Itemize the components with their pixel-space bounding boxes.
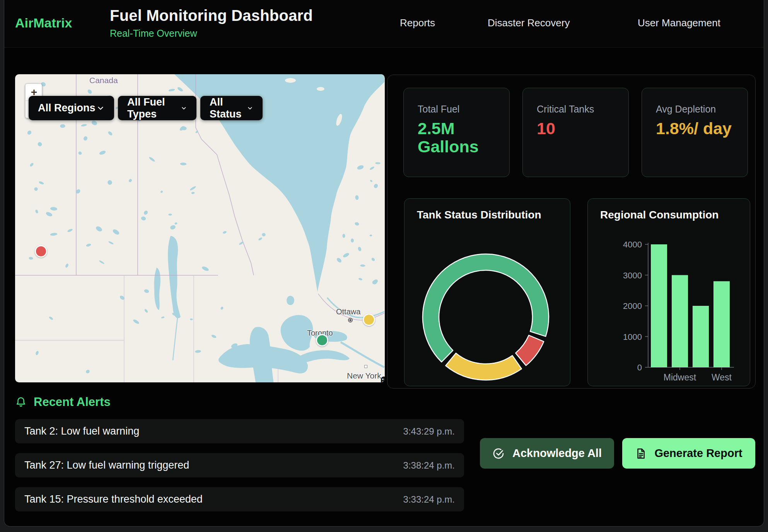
bar-Midwest — [672, 275, 688, 368]
bar-region-3 — [693, 306, 709, 367]
map[interactable]: Canada Ottawa Toronto New York + − All R… — [15, 74, 385, 382]
stat-card-total-fuel: Total Fuel 2.5M Gallons — [403, 88, 510, 177]
dashboard-window: AirMatrix Fuel Monitoring Dashboard Real… — [4, 0, 764, 527]
alert-row[interactable]: Tank 2: Low fuel warning 3:43:29 p.m. — [15, 419, 464, 443]
bar-chart-card: Regional Consumption 01000200030004000Mi… — [587, 198, 750, 386]
brand-logo: AirMatrix — [15, 15, 72, 31]
regional-consumption-bar-chart: 01000200030004000MidwestWest — [588, 199, 751, 387]
tank-status-donut-chart — [404, 199, 571, 387]
alert-timestamp: 3:33:24 p.m. — [403, 494, 455, 505]
bell-icon — [15, 396, 27, 408]
fuel-type-filter-select[interactable]: All Fuel Types — [118, 96, 196, 120]
donut-chart-title: Tank Status Distribution — [417, 209, 541, 221]
stat-label: Critical Tanks — [537, 104, 628, 115]
header: AirMatrix Fuel Monitoring Dashboard Real… — [4, 0, 764, 48]
bar-West — [713, 281, 730, 367]
alert-row[interactable]: Tank 27: Low fuel warning triggered 3:38… — [15, 453, 464, 477]
svg-text:1000: 1000 — [623, 332, 642, 342]
map-label-new-york: New York — [347, 371, 381, 380]
generate-report-label: Generate Report — [654, 447, 742, 460]
page-title: Fuel Monitoring Dashboard — [110, 7, 313, 24]
alerts-heading: Recent Alerts — [34, 395, 111, 409]
svg-text:4000: 4000 — [623, 240, 642, 249]
map-label-ottawa: Ottawa — [336, 307, 360, 316]
svg-text:Midwest: Midwest — [664, 372, 696, 382]
document-icon — [635, 448, 647, 459]
chevron-down-icon — [181, 104, 187, 113]
nav-user-management[interactable]: User Management — [638, 17, 720, 29]
page-subtitle: Real-Time Overview — [110, 28, 197, 39]
map-resize-handle[interactable] — [381, 377, 385, 382]
region-filter-select[interactable]: All Regions — [29, 96, 114, 120]
map-label-canada: Canada — [89, 76, 118, 85]
stat-value: 1.8%/ day — [656, 119, 737, 138]
svg-text:West: West — [712, 372, 732, 382]
generate-report-button[interactable]: Generate Report — [622, 438, 755, 469]
status-filter-value: All Status — [210, 96, 247, 120]
bar-chart-title: Regional Consumption — [600, 209, 719, 221]
alert-text: Tank 15: Pressure threshold exceeded — [24, 493, 203, 505]
tank-marker-warning[interactable] — [363, 314, 375, 326]
chevron-down-icon — [96, 104, 105, 113]
fuel-type-filter-value: All Fuel Types — [127, 96, 181, 120]
stat-label: Avg Depletion — [656, 104, 748, 115]
alert-text: Tank 27: Low fuel warning triggered — [24, 459, 189, 471]
donut-segment-critical — [515, 335, 544, 365]
nav-disaster-recovery[interactable]: Disaster Recovery — [488, 17, 570, 29]
chevron-down-icon — [247, 104, 253, 113]
status-filter-select[interactable]: All Status — [200, 96, 263, 120]
svg-text:3000: 3000 — [623, 271, 642, 280]
svg-text:2000: 2000 — [623, 301, 642, 311]
metrics-panel: Total Fuel 2.5M Gallons Critical Tanks 1… — [387, 75, 756, 389]
alert-timestamp: 3:38:24 p.m. — [403, 460, 455, 471]
alerts-header: Recent Alerts — [15, 395, 111, 409]
donut-segment-warning — [445, 353, 521, 380]
stat-card-avg-depletion: Avg Depletion 1.8%/ day — [642, 88, 748, 177]
acknowledge-all-label: Acknowledge All — [512, 447, 602, 460]
tank-marker-normal[interactable] — [316, 334, 328, 346]
alert-timestamp: 3:43:29 p.m. — [403, 426, 455, 437]
acknowledge-all-button[interactable]: Acknowledge All — [480, 438, 614, 469]
nav-reports[interactable]: Reports — [400, 17, 435, 29]
donut-chart-card: Tank Status Distribution — [404, 198, 570, 386]
check-circle-icon — [492, 447, 505, 460]
alert-text: Tank 2: Low fuel warning — [24, 425, 139, 437]
bar-region-1 — [651, 244, 667, 367]
stat-card-critical-tanks: Critical Tanks 10 — [522, 88, 629, 177]
tank-marker-critical[interactable] — [35, 245, 47, 257]
stat-label: Total Fuel — [418, 104, 509, 115]
stat-value: 10 — [537, 119, 618, 138]
stat-value: 2.5M Gallons — [418, 119, 499, 156]
svg-text:0: 0 — [637, 363, 642, 372]
alert-row[interactable]: Tank 15: Pressure threshold exceeded 3:3… — [15, 487, 464, 512]
region-filter-value: All Regions — [38, 102, 96, 114]
new-york-town-icon — [364, 365, 367, 368]
ottawa-town-icon — [348, 318, 353, 322]
